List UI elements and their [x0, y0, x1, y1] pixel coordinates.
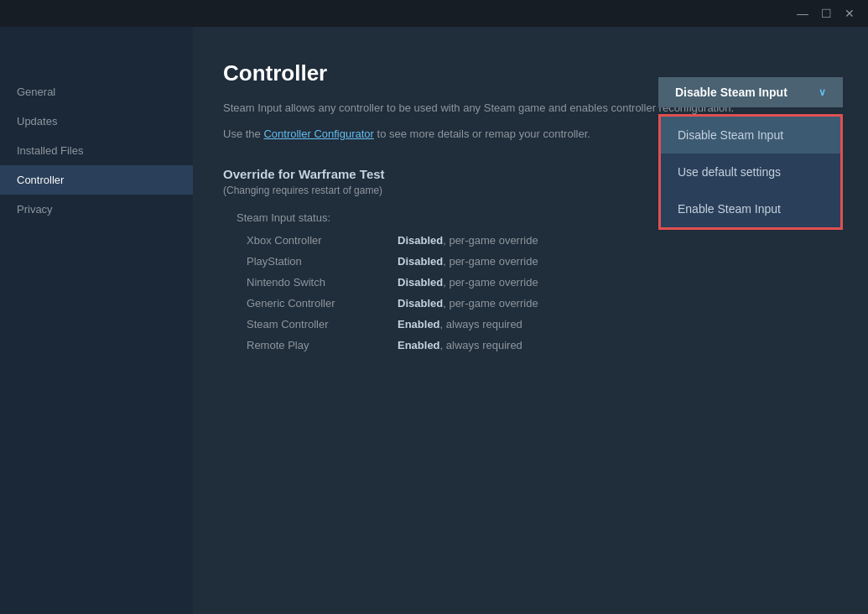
controller-name-xbox: Xbox Controller: [247, 234, 398, 247]
dropdown-menu: Disable Steam Input Use default settings…: [658, 114, 843, 230]
sidebar-item-installed-files[interactable]: Installed Files: [0, 136, 193, 165]
table-row: Remote Play Enabled, always required: [247, 339, 838, 351]
status-bold-remote: Enabled: [398, 339, 440, 351]
status-bold-xbox: Disabled: [398, 234, 443, 247]
status-bold-nintendo: Disabled: [398, 276, 443, 289]
controller-name-playstation: PlayStation: [247, 255, 398, 268]
table-row: PlayStation Disabled, per-game override: [247, 255, 838, 268]
status-light-xbox: , per-game override: [443, 234, 538, 247]
chevron-down-icon: ∨: [819, 86, 826, 98]
controller-table: Xbox Controller Disabled, per-game overr…: [247, 234, 838, 351]
dropdown-current-label: Disable Steam Input: [675, 86, 787, 99]
controller-status-steam: Enabled, always required: [398, 318, 522, 330]
sidebar: General Updates Installed Files Controll…: [0, 27, 193, 614]
description-suffix: to see more details or remap your contro…: [374, 127, 590, 140]
status-light-remote: , always required: [440, 339, 522, 351]
controller-status-xbox: Disabled, per-game override: [398, 234, 538, 247]
controller-status-generic: Disabled, per-game override: [398, 297, 538, 310]
status-bold-playstation: Disabled: [398, 255, 443, 268]
description-prefix: Use the: [223, 127, 263, 140]
dropdown-area: Disable Steam Input ∨ Disable Steam Inpu…: [658, 77, 843, 107]
sidebar-item-general[interactable]: General: [0, 77, 193, 107]
controller-status-nintendo: Disabled, per-game override: [398, 276, 538, 289]
controller-status-remote: Enabled, always required: [398, 339, 522, 351]
status-bold-steam: Enabled: [398, 318, 440, 330]
status-light-nintendo: , per-game override: [443, 276, 538, 289]
dropdown-item-enable[interactable]: Enable Steam Input: [661, 190, 840, 227]
minimize-button[interactable]: —: [791, 4, 814, 23]
status-section: Steam Input status: Xbox Controller Disa…: [236, 211, 838, 351]
sidebar-item-updates[interactable]: Updates: [0, 107, 193, 136]
table-row: Xbox Controller Disabled, per-game overr…: [247, 234, 838, 247]
table-row: Nintendo Switch Disabled, per-game overr…: [247, 276, 838, 289]
status-light-playstation: , per-game override: [443, 255, 538, 268]
controller-name-generic: Generic Controller: [247, 297, 398, 310]
app-layout: General Updates Installed Files Controll…: [0, 27, 868, 614]
dropdown-item-default[interactable]: Use default settings: [661, 154, 840, 190]
dropdown-item-disable[interactable]: Disable Steam Input: [661, 117, 840, 154]
sidebar-item-privacy[interactable]: Privacy: [0, 195, 193, 224]
sidebar-item-controller[interactable]: Controller: [0, 165, 193, 195]
table-row: Generic Controller Disabled, per-game ov…: [247, 297, 838, 310]
controller-status-playstation: Disabled, per-game override: [398, 255, 538, 268]
main-content: Controller Steam Input allows any contro…: [193, 27, 868, 614]
controller-name-remote: Remote Play: [247, 339, 398, 351]
controller-name-nintendo: Nintendo Switch: [247, 276, 398, 289]
status-light-generic: , per-game override: [443, 297, 538, 310]
controller-name-steam: Steam Controller: [247, 318, 398, 330]
configurator-link[interactable]: Controller Configurator: [263, 127, 374, 140]
table-row: Steam Controller Enabled, always require…: [247, 318, 838, 330]
close-button[interactable]: ✕: [838, 4, 861, 23]
maximize-button[interactable]: ☐: [814, 4, 838, 23]
titlebar: — ☐ ✕: [0, 0, 868, 27]
steam-input-dropdown-button[interactable]: Disable Steam Input ∨: [658, 77, 843, 107]
status-light-steam: , always required: [440, 318, 522, 330]
status-bold-generic: Disabled: [398, 297, 443, 310]
